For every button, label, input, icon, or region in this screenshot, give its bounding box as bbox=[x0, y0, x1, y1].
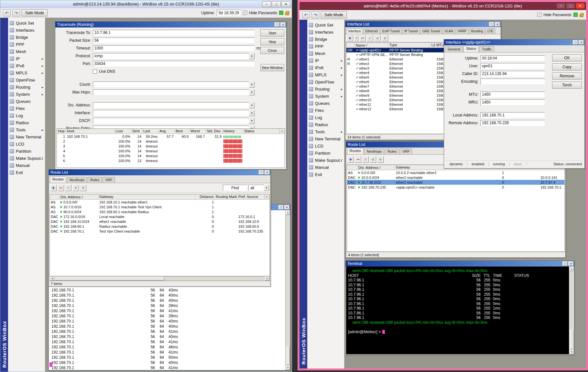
text-input[interactable]: 1450 bbox=[480, 92, 545, 98]
sidebar-item[interactable]: Make Supout.rif bbox=[307, 157, 344, 164]
sidebar-item[interactable]: System ▸ bbox=[8, 91, 45, 98]
column-header[interactable]: Loss bbox=[114, 129, 131, 134]
maximize-button[interactable] bbox=[566, 3, 575, 9]
add-button[interactable] bbox=[347, 156, 354, 163]
column-header[interactable]: Dst. Address / bbox=[357, 165, 395, 170]
route-row[interactable]: DAC 192.168.10.0/24 ether1 reachable 0 1… bbox=[50, 219, 269, 224]
sidebar-item[interactable]: Mesh bbox=[307, 50, 344, 57]
chevron-down-icon[interactable] bbox=[249, 82, 255, 88]
ping-result-row[interactable]: 192.168.70.1 56 64 41ms bbox=[49, 329, 285, 334]
text-input[interactable]: 1000 bbox=[93, 45, 255, 51]
chevron-down-icon[interactable] bbox=[264, 185, 269, 191]
ping-result-row[interactable]: 192.168.70.1 56 64 40ms bbox=[49, 293, 285, 298]
column-header[interactable]: Sent bbox=[131, 129, 142, 134]
column-header[interactable]: Worst bbox=[190, 129, 206, 134]
ping-result-row[interactable]: 192.168.70.1 56 64 39ms bbox=[49, 313, 285, 319]
tab[interactable]: Routes bbox=[347, 148, 364, 154]
scroll-up-icon[interactable] bbox=[286, 210, 290, 215]
text-input[interactable]: icmp bbox=[93, 53, 249, 59]
sidebar-item[interactable]: Mesh bbox=[8, 48, 45, 55]
add-button[interactable] bbox=[50, 185, 57, 191]
sidebar-item[interactable]: Bridge bbox=[8, 34, 45, 41]
chevron-down-icon[interactable] bbox=[249, 102, 255, 108]
tab[interactable]: General bbox=[445, 46, 463, 52]
sidebar-item[interactable]: Manual bbox=[8, 162, 45, 169]
text-input[interactable] bbox=[480, 79, 545, 85]
filter-scope-select[interactable]: all bbox=[248, 185, 264, 191]
hide-passwords-checkbox[interactable] bbox=[537, 13, 541, 17]
text-input[interactable]: vpn01 bbox=[480, 63, 545, 69]
text-input[interactable]: 192.168.70.235 bbox=[480, 120, 545, 126]
tab[interactable]: VRF bbox=[400, 148, 412, 154]
sidebar-item[interactable]: Routing ▸ bbox=[8, 83, 45, 91]
route-row[interactable]: DAC 10.7.96.0/22 ether1 reachable 0 10.7… bbox=[347, 180, 564, 185]
minimize-button[interactable] bbox=[556, 3, 565, 9]
column-header[interactable]: Distance bbox=[195, 194, 215, 199]
hide-passwords-checkbox[interactable] bbox=[243, 11, 247, 15]
enable-button[interactable] bbox=[362, 156, 369, 163]
ping-result-row[interactable]: 192.168.70.1 56 64 43ms bbox=[49, 288, 285, 293]
sidebar-item[interactable]: Log bbox=[8, 112, 45, 119]
column-header[interactable]: Routing Mark bbox=[215, 194, 237, 199]
traceroute-row[interactable]: 5 100.0% 14 timeout bbox=[57, 153, 285, 158]
column-header[interactable]: Dst. Address / bbox=[60, 194, 98, 199]
traceroute-row[interactable]: 4 100.0% 14 timeout bbox=[57, 148, 285, 153]
tab[interactable]: Status bbox=[463, 46, 479, 52]
text-input[interactable]: 192.168.70.1 bbox=[480, 112, 545, 118]
sidebar-item[interactable]: Radius bbox=[8, 119, 45, 126]
text-input[interactable]: 33434 bbox=[93, 61, 255, 67]
text-input[interactable] bbox=[93, 110, 249, 116]
sidebar-item[interactable]: Queues bbox=[307, 100, 344, 107]
column-header[interactable]: Gateway bbox=[98, 194, 195, 199]
sidebar-item[interactable]: LCD bbox=[307, 142, 344, 149]
traceroute-button[interactable]: New Window bbox=[260, 64, 284, 71]
ping-scrollbar[interactable] bbox=[285, 210, 290, 370]
undo-icon[interactable] bbox=[3, 9, 11, 16]
sidebar-item[interactable]: Interfaces bbox=[307, 28, 344, 36]
close-button[interactable] bbox=[576, 3, 585, 9]
column-header[interactable]: Hop bbox=[57, 129, 66, 134]
find-button[interactable]: Find bbox=[223, 185, 247, 191]
dialog-button[interactable]: OK bbox=[552, 54, 582, 61]
sidebar-item[interactable]: Exit bbox=[8, 169, 45, 176]
ping-result-row[interactable]: 192.168.70.1 56 64 41ms bbox=[49, 350, 285, 355]
restore-icon[interactable] bbox=[259, 170, 264, 175]
terminal-titlebar[interactable]: Terminal bbox=[346, 261, 574, 267]
tab[interactable]: Ethernet bbox=[364, 28, 380, 34]
traceroute-button[interactable]: Start bbox=[260, 29, 284, 37]
safe-mode-button[interactable]: Safe Mode bbox=[22, 9, 48, 16]
traceroute-row[interactable]: 2 100.0% 14 timeout bbox=[57, 139, 285, 144]
scroll-down-icon[interactable] bbox=[569, 350, 574, 354]
traceroute-table-header[interactable]: HopHostLossSentLastAvg.BestWorstStd. Dev… bbox=[57, 129, 285, 134]
scroll-right-icon[interactable] bbox=[265, 277, 269, 280]
sidebar-item[interactable]: New Terminal bbox=[307, 135, 344, 142]
route-row[interactable]: DAC 192.168.60.1 Radius reachable 0 192.… bbox=[50, 224, 269, 229]
scroll-left-icon[interactable] bbox=[50, 277, 54, 280]
tab[interactable]: Interface bbox=[346, 28, 363, 34]
filter-icon[interactable] bbox=[377, 156, 384, 163]
remove-button[interactable] bbox=[58, 185, 64, 191]
scrollbar-thumb[interactable] bbox=[54, 277, 164, 280]
close-icon[interactable] bbox=[284, 205, 289, 210]
column-selector-button[interactable] bbox=[279, 129, 285, 134]
chevron-down-icon[interactable] bbox=[249, 89, 255, 95]
sidebar-item[interactable]: PPP bbox=[8, 41, 45, 48]
sidebar-item[interactable]: IPv6 ▸ bbox=[307, 64, 344, 71]
restore-icon[interactable] bbox=[562, 261, 568, 266]
disable-button[interactable] bbox=[370, 156, 376, 163]
tab[interactable]: Routes bbox=[50, 176, 66, 183]
sidebar-item[interactable]: Partition bbox=[8, 148, 45, 155]
text-input[interactable]: 213.14.135.94 bbox=[480, 71, 545, 77]
text-input[interactable] bbox=[93, 102, 249, 108]
sidebar-item[interactable]: MPLS ▸ bbox=[307, 71, 344, 78]
route-row[interactable]: DAC 172.16.0.0/16 Local reachable 0 172.… bbox=[50, 214, 269, 219]
redo-icon[interactable] bbox=[311, 11, 319, 18]
route-row[interactable]: AS 10.7.0.0/16 192.168.70.1 reachable Te… bbox=[50, 204, 269, 209]
tab[interactable]: Rules bbox=[88, 177, 102, 183]
sidebar-item[interactable]: Interfaces bbox=[8, 27, 45, 34]
column-header[interactable]: Last bbox=[142, 129, 158, 134]
tab[interactable]: EoIP Tunnel bbox=[380, 28, 402, 34]
enable-button[interactable] bbox=[367, 35, 373, 41]
sidebar-item[interactable]: New Terminal bbox=[8, 133, 45, 140]
close-icon[interactable] bbox=[280, 22, 286, 27]
